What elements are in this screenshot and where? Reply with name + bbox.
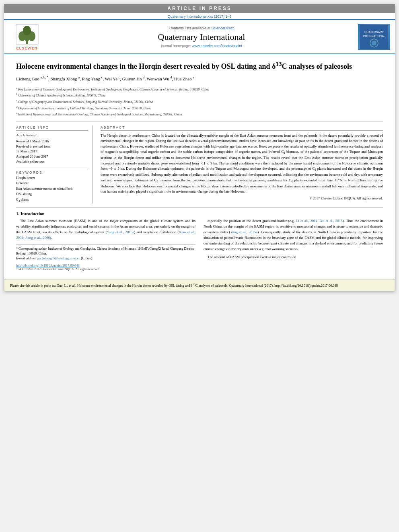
received-revised-date: 13 March 2017 [16,149,88,154]
main-content: Holocene environmental changes in the Ho… [4,54,395,277]
keyword-1: Horqin desert [16,175,88,181]
article-in-press-banner: ARTICLE IN PRESS [4,4,395,13]
cite-jiang-2006[interactable]: Jiang et al., 2006 [25,236,50,240]
svg-point-4 [23,26,31,35]
article-info-column: ARTICLE INFO Article history: Received 1… [16,125,93,203]
page: ARTICLE IN PRESS Quaternary Internationa… [4,4,395,291]
affiliation-e: e Institute of Hydrogeology and Environm… [16,111,383,117]
intro-right-col: especially the position of the desert-gr… [204,218,383,271]
elsevier-logo: ELSEVIER [9,23,45,50]
citation-bar: Please cite this article in press as: Gu… [4,279,395,292]
issn-line: 1040-6182/© 2017 Elsevier Ltd and INQUA.… [16,267,195,271]
doi-section: http://dx.doi.org/10.1016/j.quaint.2017.… [16,263,195,267]
svg-text:INTERNATIONAL: INTERNATIONAL [363,35,385,37]
keyword-5: C4 plants [16,197,88,203]
accepted-date: Accepted 20 June 2017 [16,154,88,159]
journal-center: Contents lists available at ScienceDirec… [49,26,354,48]
affiliation-b: b University of Chinese Academy of Scien… [16,92,383,98]
footnote-section: * Corresponding author. Institute of Geo… [16,244,195,271]
cite-yang-2015a[interactable]: Yang et al., 2015a [107,230,134,234]
section-number: 1. Introduction [16,211,383,216]
quaternary-logo-icon: QUATERNARY INTERNATIONAL [360,25,388,49]
intro-two-col: The East Asian summer monsoon (EASM) is … [16,218,383,271]
cite-xu-2015[interactable]: Xu et al., 2015 [320,219,343,223]
keywords-section: Keywords: Horqin desert Holocene East As… [16,168,88,203]
affiliation-c: c College of Geography and Environmental… [16,99,383,105]
svg-point-10 [372,41,376,45]
affiliations: a Key Laboratory of Cenozoic Geology and… [16,86,383,117]
article-history-label: Article history: [16,133,88,137]
doi-link[interactable]: http://dx.doi.org/10.1016/j.quaint.2017.… [16,263,80,267]
keywords-header: Keywords: [16,170,88,175]
introduction-section: 1. Introduction The East Asian summer mo… [16,207,383,271]
journal-logo-right: QUATERNARY INTERNATIONAL [358,24,390,50]
homepage-line: journal homepage: www.elsevier.com/locat… [49,44,354,48]
keyword-3: East Asian summer monsoon rainfall belt [16,186,88,192]
email-link[interactable]: guolicheng05@mail.iggcas.ac.cn [37,257,80,260]
journal-header: ELSEVIER Contents lists available at Sci… [4,19,395,54]
keyword-4: OSL dating [16,191,88,197]
received-date: Received 1 March 2016 [16,139,88,144]
journal-reference: Quaternary International xxx (2017) 1–9 [4,13,395,19]
corresponding-footnote: * Corresponding author. Institute of Geo… [16,246,195,261]
article-title: Holocene environmental changes in the Ho… [16,60,383,71]
affiliation-a: a Key Laboratory of Cenozoic Geology and… [16,86,383,92]
intro-right-text: especially the position of the desert-gr… [204,218,383,260]
article-info-abstract: ARTICLE INFO Article history: Received 1… [16,121,383,203]
received-revised-label: Received in revised form [16,144,88,149]
elsevier-tree-icon [14,23,40,45]
cite-yang-2015a-2[interactable]: Yang et al., 2015a [230,230,257,234]
keyword-2: Holocene [16,181,88,186]
abstract-header: ABSTRACT [101,125,383,131]
contents-line: Contents lists available at ScienceDirec… [49,26,354,30]
copyright-line: © 2017 Elsevier Ltd and INQUA. All right… [101,196,383,200]
homepage-link[interactable]: www.elsevier.com/locate/quaint [192,44,242,48]
science-direct-link[interactable]: ScienceDirect [212,26,234,30]
abstract-text: The Horqin desert in northeastern China … [101,133,383,195]
svg-text:QUATERNARY: QUATERNARY [364,31,384,34]
article-info-header: ARTICLE INFO [16,125,88,131]
intro-left-text: The East Asian summer monsoon (EASM) is … [16,218,195,241]
journal-title: Quaternary International [49,32,354,42]
intro-left-col: The East Asian summer monsoon (EASM) is … [16,218,195,271]
abstract-column: ABSTRACT The Horqin desert in northeaste… [101,125,383,203]
affiliation-d: d Department of Archaeology, Institute o… [16,105,383,111]
elsevier-label: ELSEVIER [16,46,38,50]
authors-line: Licheng Guo a, b, *, Shangfa Xiong a, Pi… [16,75,383,82]
available-online: Available online xxx [16,159,88,164]
cite-li-2014[interactable]: Li et al., 2014 [296,219,318,223]
